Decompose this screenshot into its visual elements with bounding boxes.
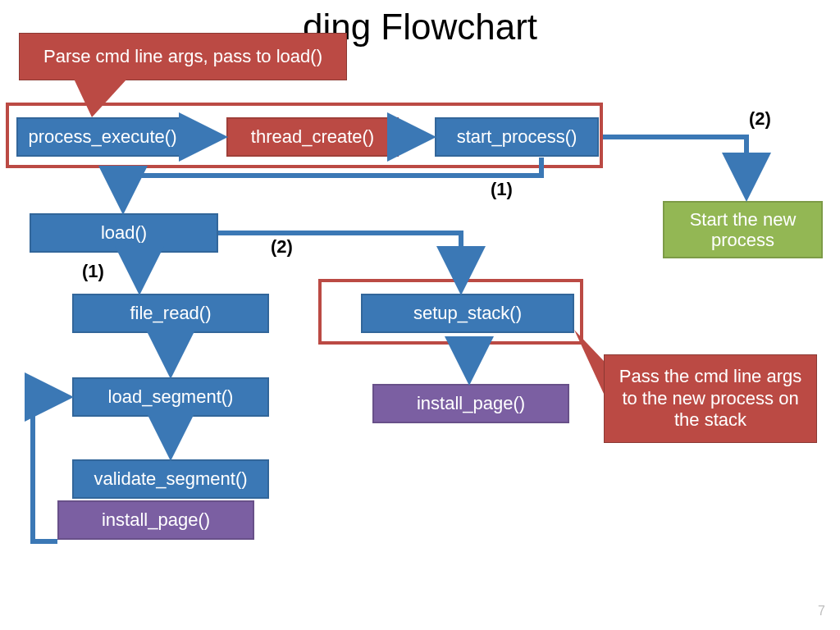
node-load-segment: load_segment() (72, 377, 269, 417)
node-file-read: file_read() (72, 294, 269, 333)
node-label: file_read() (130, 303, 211, 323)
label-left-1: (1) (82, 261, 104, 282)
node-label: install_page() (102, 509, 210, 530)
node-label: install_page() (417, 393, 525, 413)
label-left-2: (2) (271, 236, 293, 258)
node-label: load_segment() (108, 386, 234, 407)
node-install-page-right: install_page() (372, 384, 569, 423)
node-setup-stack: setup_stack() (361, 294, 574, 333)
node-label: process_execute() (29, 126, 177, 147)
page-number: 7 (818, 604, 825, 619)
callout-parse: Parse cmd line args, pass to load() (19, 33, 347, 80)
node-start-process: start_process() (435, 117, 599, 157)
node-label: setup_stack() (413, 303, 522, 323)
node-label: validate_segment() (94, 468, 247, 489)
node-load: load() (30, 213, 218, 253)
node-label: thread_create() (251, 126, 374, 147)
node-label: Start the new process (664, 209, 821, 251)
node-install-page-left: install_page() (57, 500, 254, 540)
node-thread-create: thread_create() (226, 117, 399, 157)
node-label: load() (101, 222, 147, 243)
node-label: start_process() (457, 126, 578, 147)
callout-text: Parse cmd line args, pass to load() (43, 46, 322, 67)
node-validate-segment: validate_segment() (72, 459, 269, 499)
node-process-execute: process_execute() (16, 117, 189, 157)
label-mid-1: (1) (491, 179, 513, 200)
arrow (603, 137, 746, 197)
label-top-2: (2) (749, 108, 771, 130)
node-start-new-process: Start the new process (663, 201, 823, 258)
callout-stack: Pass the cmd line args to the new proces… (604, 354, 817, 443)
callout-text: Pass the cmd line args to the new proces… (613, 366, 808, 431)
